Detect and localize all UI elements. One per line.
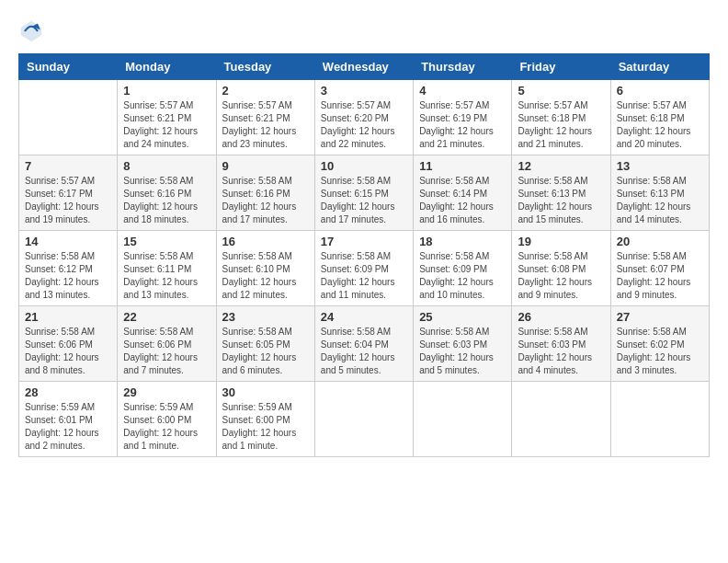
- calendar-cell: 19Sunrise: 5:58 AM Sunset: 6:08 PM Dayli…: [512, 231, 610, 306]
- day-number: 5: [518, 84, 604, 98]
- day-info: Sunrise: 5:58 AM Sunset: 6:15 PM Dayligh…: [321, 175, 407, 226]
- day-info: Sunrise: 5:57 AM Sunset: 6:18 PM Dayligh…: [518, 99, 604, 151]
- day-number: 26: [518, 310, 604, 324]
- day-info: Sunrise: 5:57 AM Sunset: 6:21 PM Dayligh…: [222, 99, 309, 151]
- day-info: Sunrise: 5:58 AM Sunset: 6:08 PM Dayligh…: [518, 250, 604, 302]
- calendar-cell: 18Sunrise: 5:58 AM Sunset: 6:09 PM Dayli…: [414, 231, 512, 306]
- calendar-cell: 27Sunrise: 5:58 AM Sunset: 6:02 PM Dayli…: [610, 306, 709, 382]
- day-number: 14: [25, 235, 111, 248]
- day-info: Sunrise: 5:58 AM Sunset: 6:11 PM Dayligh…: [123, 250, 210, 302]
- calendar-cell: 11Sunrise: 5:58 AM Sunset: 6:14 PM Dayli…: [414, 155, 512, 231]
- calendar-cell: 1Sunrise: 5:57 AM Sunset: 6:21 PM Daylig…: [118, 80, 216, 155]
- calendar-cell: 14Sunrise: 5:58 AM Sunset: 6:12 PM Dayli…: [19, 231, 118, 306]
- calendar-cell: 30Sunrise: 5:59 AM Sunset: 6:00 PM Dayli…: [216, 382, 314, 457]
- day-info: Sunrise: 5:58 AM Sunset: 6:06 PM Dayligh…: [123, 326, 210, 377]
- day-number: 21: [25, 310, 111, 324]
- day-number: 3: [321, 84, 407, 98]
- day-number: 25: [419, 310, 506, 324]
- calendar-week-row: 1Sunrise: 5:57 AM Sunset: 6:21 PM Daylig…: [19, 80, 710, 155]
- calendar-cell: 25Sunrise: 5:58 AM Sunset: 6:03 PM Dayli…: [414, 306, 512, 382]
- header-monday: Monday: [118, 54, 216, 80]
- day-info: Sunrise: 5:59 AM Sunset: 6:00 PM Dayligh…: [222, 401, 309, 453]
- day-info: Sunrise: 5:58 AM Sunset: 6:13 PM Dayligh…: [617, 175, 703, 226]
- calendar-cell: 12Sunrise: 5:58 AM Sunset: 6:13 PM Dayli…: [512, 155, 610, 231]
- day-info: Sunrise: 5:58 AM Sunset: 6:06 PM Dayligh…: [25, 326, 111, 377]
- calendar-week-row: 14Sunrise: 5:58 AM Sunset: 6:12 PM Dayli…: [19, 231, 710, 306]
- day-number: 29: [123, 385, 210, 399]
- calendar-cell: 23Sunrise: 5:58 AM Sunset: 6:05 PM Dayli…: [216, 306, 314, 382]
- day-number: 27: [617, 310, 703, 324]
- calendar-cell: 28Sunrise: 5:59 AM Sunset: 6:01 PM Dayli…: [19, 382, 118, 457]
- calendar-week-row: 7Sunrise: 5:57 AM Sunset: 6:17 PM Daylig…: [19, 155, 710, 231]
- day-number: 6: [617, 84, 703, 98]
- day-number: 4: [419, 84, 506, 98]
- day-info: Sunrise: 5:58 AM Sunset: 6:13 PM Dayligh…: [518, 175, 604, 226]
- day-number: 24: [321, 310, 407, 324]
- day-number: 28: [25, 385, 111, 399]
- day-info: Sunrise: 5:57 AM Sunset: 6:17 PM Dayligh…: [25, 175, 111, 226]
- calendar-cell: 2Sunrise: 5:57 AM Sunset: 6:21 PM Daylig…: [216, 80, 314, 155]
- day-info: Sunrise: 5:58 AM Sunset: 6:14 PM Dayligh…: [419, 175, 506, 226]
- calendar-cell: [512, 382, 610, 457]
- calendar-cell: 6Sunrise: 5:57 AM Sunset: 6:18 PM Daylig…: [610, 80, 709, 155]
- calendar-cell: 15Sunrise: 5:58 AM Sunset: 6:11 PM Dayli…: [118, 231, 216, 306]
- day-info: Sunrise: 5:58 AM Sunset: 6:07 PM Dayligh…: [617, 250, 703, 302]
- calendar-cell: 22Sunrise: 5:58 AM Sunset: 6:06 PM Dayli…: [118, 306, 216, 382]
- day-number: 23: [222, 310, 309, 324]
- header-wednesday: Wednesday: [314, 54, 413, 80]
- calendar-cell: 24Sunrise: 5:58 AM Sunset: 6:04 PM Dayli…: [314, 306, 413, 382]
- calendar-cell: 29Sunrise: 5:59 AM Sunset: 6:00 PM Dayli…: [118, 382, 216, 457]
- header-saturday: Saturday: [610, 54, 709, 80]
- day-number: 17: [321, 235, 407, 248]
- calendar-cell: 13Sunrise: 5:58 AM Sunset: 6:13 PM Dayli…: [610, 155, 709, 231]
- calendar-cell: 26Sunrise: 5:58 AM Sunset: 6:03 PM Dayli…: [512, 306, 610, 382]
- day-info: Sunrise: 5:58 AM Sunset: 6:16 PM Dayligh…: [123, 175, 210, 226]
- day-number: 16: [222, 235, 309, 248]
- day-number: 18: [419, 235, 506, 248]
- calendar-cell: 17Sunrise: 5:58 AM Sunset: 6:09 PM Dayli…: [314, 231, 413, 306]
- calendar-week-row: 28Sunrise: 5:59 AM Sunset: 6:01 PM Dayli…: [19, 382, 710, 457]
- calendar-header-row: SundayMondayTuesdayWednesdayThursdayFrid…: [19, 54, 710, 80]
- calendar-cell: 20Sunrise: 5:58 AM Sunset: 6:07 PM Dayli…: [610, 231, 709, 306]
- header-tuesday: Tuesday: [216, 54, 314, 80]
- day-number: 9: [222, 159, 309, 173]
- day-number: 30: [222, 385, 309, 399]
- calendar-cell: [314, 382, 413, 457]
- day-number: 11: [419, 159, 506, 173]
- calendar-cell: 4Sunrise: 5:57 AM Sunset: 6:19 PM Daylig…: [414, 80, 512, 155]
- day-info: Sunrise: 5:58 AM Sunset: 6:09 PM Dayligh…: [419, 250, 506, 302]
- calendar-cell: 9Sunrise: 5:58 AM Sunset: 6:16 PM Daylig…: [216, 155, 314, 231]
- day-number: 7: [25, 159, 111, 173]
- day-info: Sunrise: 5:58 AM Sunset: 6:02 PM Dayligh…: [617, 326, 703, 377]
- day-info: Sunrise: 5:57 AM Sunset: 6:21 PM Dayligh…: [123, 99, 210, 151]
- day-info: Sunrise: 5:58 AM Sunset: 6:03 PM Dayligh…: [518, 326, 604, 377]
- calendar-cell: [19, 80, 118, 155]
- generalblue-icon: [18, 18, 44, 44]
- day-info: Sunrise: 5:58 AM Sunset: 6:09 PM Dayligh…: [321, 250, 407, 302]
- calendar-week-row: 21Sunrise: 5:58 AM Sunset: 6:06 PM Dayli…: [19, 306, 710, 382]
- calendar-cell: 10Sunrise: 5:58 AM Sunset: 6:15 PM Dayli…: [314, 155, 413, 231]
- calendar-cell: 21Sunrise: 5:58 AM Sunset: 6:06 PM Dayli…: [19, 306, 118, 382]
- day-info: Sunrise: 5:57 AM Sunset: 6:20 PM Dayligh…: [321, 99, 407, 151]
- day-info: Sunrise: 5:57 AM Sunset: 6:19 PM Dayligh…: [419, 99, 506, 151]
- day-info: Sunrise: 5:59 AM Sunset: 6:01 PM Dayligh…: [25, 401, 111, 453]
- day-info: Sunrise: 5:58 AM Sunset: 6:12 PM Dayligh…: [25, 250, 111, 302]
- header-sunday: Sunday: [19, 54, 118, 80]
- calendar-table: SundayMondayTuesdayWednesdayThursdayFrid…: [18, 53, 710, 457]
- day-info: Sunrise: 5:58 AM Sunset: 6:04 PM Dayligh…: [321, 326, 407, 377]
- calendar-cell: 16Sunrise: 5:58 AM Sunset: 6:10 PM Dayli…: [216, 231, 314, 306]
- day-info: Sunrise: 5:59 AM Sunset: 6:00 PM Dayligh…: [123, 401, 210, 453]
- day-number: 2: [222, 84, 309, 98]
- calendar-cell: 3Sunrise: 5:57 AM Sunset: 6:20 PM Daylig…: [314, 80, 413, 155]
- day-number: 15: [123, 235, 210, 248]
- header-thursday: Thursday: [414, 54, 512, 80]
- calendar-cell: 7Sunrise: 5:57 AM Sunset: 6:17 PM Daylig…: [19, 155, 118, 231]
- day-number: 13: [617, 159, 703, 173]
- day-info: Sunrise: 5:57 AM Sunset: 6:18 PM Dayligh…: [617, 99, 703, 151]
- day-info: Sunrise: 5:58 AM Sunset: 6:16 PM Dayligh…: [222, 175, 309, 226]
- day-number: 20: [617, 235, 703, 248]
- calendar-cell: [414, 382, 512, 457]
- day-number: 8: [123, 159, 210, 173]
- calendar-cell: 8Sunrise: 5:58 AM Sunset: 6:16 PM Daylig…: [118, 155, 216, 231]
- day-number: 22: [123, 310, 210, 324]
